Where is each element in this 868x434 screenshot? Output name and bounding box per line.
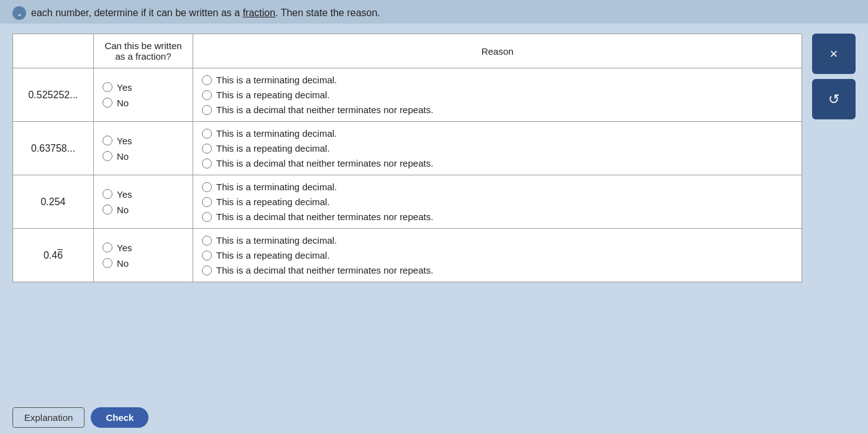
reason-option-2a[interactable]: This is a terminating decimal. [202,128,793,139]
reason-cell-1: This is a terminating decimal. This is a… [193,68,802,122]
reason-text-1b: This is a repeating decimal. [216,90,330,100]
reason-radio-3b[interactable] [202,197,212,207]
yes-radio-2[interactable] [103,136,112,145]
no-label-4: No [117,258,129,269]
reason-text-2c: This is a decimal that neither terminate… [216,158,433,169]
reason-option-1b[interactable]: This is a repeating decimal. [202,90,793,100]
reason-text-4b: This is a repeating decimal. [216,250,330,261]
number-value-4: 0.46 [43,250,63,261]
reason-text-1a: This is a terminating decimal. [216,75,337,85]
reason-options-4: This is a terminating decimal. This is a… [202,235,793,275]
reason-option-2c[interactable]: This is a decimal that neither terminate… [202,158,793,169]
no-radio-label-4[interactable]: No [103,258,129,269]
no-radio-3[interactable] [103,205,112,215]
col-number-header [13,34,94,68]
yes-radio-label-3[interactable]: Yes [103,189,132,200]
reason-text-3a: This is a terminating decimal. [216,182,337,192]
yes-no-group-2: Yes No [103,136,184,162]
yes-no-group-1: Yes No [103,82,184,108]
reason-radio-1b[interactable] [202,90,212,100]
yes-label-2: Yes [117,136,132,146]
reason-radio-4c[interactable] [202,265,212,275]
yes-radio-4[interactable] [103,242,112,252]
yes-label-1: Yes [117,82,132,93]
reason-options-3: This is a terminating decimal. This is a… [202,182,793,222]
action-buttons-panel: × ↺ [812,34,856,119]
no-radio-4[interactable] [103,258,112,268]
yes-label-3: Yes [117,189,132,200]
chevron-down-icon: ⌄ [12,6,26,20]
reason-option-1a[interactable]: This is a terminating decimal. [202,75,793,85]
reason-option-1c[interactable]: This is a decimal that neither terminate… [202,104,793,115]
instruction-bar: ⌄ each number, determine if it can be wr… [0,0,868,24]
reason-option-3c[interactable]: This is a decimal that neither terminate… [202,211,793,222]
table-wrapper: Can this be written as a fraction? Reaso… [12,34,802,282]
number-cell-1: 0.525252... [13,68,94,122]
number-cell-3: 0.254 [13,175,94,229]
reason-cell-4: This is a terminating decimal. This is a… [193,229,802,282]
reason-text-2b: This is a repeating decimal. [216,143,330,154]
no-radio-label-1[interactable]: No [103,98,129,108]
yes-no-group-4: Yes No [103,242,184,269]
reason-radio-3a[interactable] [202,182,212,192]
reason-options-2: This is a terminating decimal. This is a… [202,128,793,169]
number-cell-2: 0.63758... [13,122,94,175]
no-radio-label-2[interactable]: No [103,151,129,162]
yes-radio-label-1[interactable]: Yes [103,82,132,93]
reason-text-1c: This is a decimal that neither terminate… [216,104,433,115]
yes-label-4: Yes [117,242,132,253]
no-label-3: No [117,205,129,215]
reason-option-2b[interactable]: This is a repeating decimal. [202,143,793,154]
reason-option-4c[interactable]: This is a decimal that neither terminate… [202,265,793,275]
bottom-bar: Explanation Check [0,401,868,434]
reason-text-4a: This is a terminating decimal. [216,235,337,246]
overline-digit: 6 [57,250,63,261]
table-row: 0.63758... Yes No [13,122,802,175]
check-button[interactable]: Check [91,407,148,428]
no-radio-1[interactable] [103,98,112,108]
no-radio-label-3[interactable]: No [103,205,129,215]
col-reason-header: Reason [193,34,802,68]
reason-text-3b: This is a repeating decimal. [216,196,330,207]
number-value-3: 0.254 [40,196,65,207]
reason-option-3b[interactable]: This is a repeating decimal. [202,196,793,207]
reason-radio-2b[interactable] [202,144,212,154]
reason-options-1: This is a terminating decimal. This is a… [202,75,793,115]
main-table: Can this be written as a fraction? Reaso… [12,34,802,282]
fraction-cell-3: Yes No [94,175,193,229]
reason-radio-2c[interactable] [202,159,212,169]
reason-radio-4b[interactable] [202,251,212,261]
yes-radio-3[interactable] [103,189,112,199]
main-content: Can this be written as a fraction? Reaso… [0,24,868,295]
instruction-text: each number, determine if it can be writ… [31,7,380,19]
reason-radio-3c[interactable] [202,212,212,222]
number-value-2: 0.63758... [31,143,75,154]
number-cell-4: 0.46 [13,229,94,282]
col-fraction-header: Can this be written as a fraction? [94,34,193,68]
reason-radio-4a[interactable] [202,236,212,246]
fraction-cell-1: Yes No [94,68,193,122]
explanation-button[interactable]: Explanation [12,407,85,428]
reason-option-4a[interactable]: This is a terminating decimal. [202,235,793,246]
fraction-cell-4: Yes No [94,229,193,282]
undo-button[interactable]: ↺ [812,79,856,119]
reason-cell-2: This is a terminating decimal. This is a… [193,122,802,175]
reason-cell-3: This is a terminating decimal. This is a… [193,175,802,229]
no-label-2: No [117,151,129,162]
reason-option-4b[interactable]: This is a repeating decimal. [202,250,793,261]
number-value-1: 0.525252... [28,90,78,100]
reason-radio-1a[interactable] [202,75,212,85]
yes-radio-label-4[interactable]: Yes [103,242,132,253]
reason-option-3a[interactable]: This is a terminating decimal. [202,182,793,192]
fraction-cell-2: Yes No [94,122,193,175]
reason-radio-2a[interactable] [202,129,212,139]
table-row: 0.254 Yes No [13,175,802,229]
yes-radio-label-2[interactable]: Yes [103,136,132,146]
reason-text-2a: This is a terminating decimal. [216,128,337,139]
reason-radio-1c[interactable] [202,105,212,115]
yes-radio-1[interactable] [103,82,112,92]
reason-text-3c: This is a decimal that neither terminate… [216,211,433,222]
table-row: 0.46 Yes No [13,229,802,282]
no-radio-2[interactable] [103,151,112,161]
close-button[interactable]: × [812,34,856,74]
